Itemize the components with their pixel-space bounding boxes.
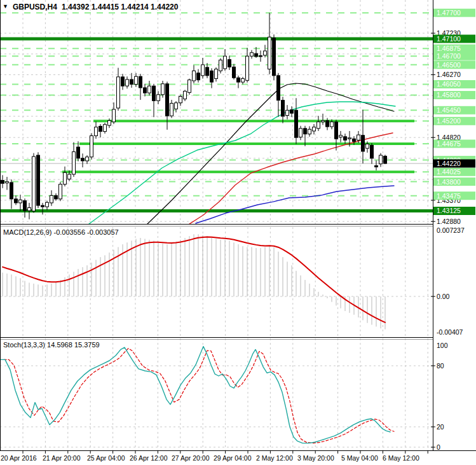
candle-body	[317, 122, 320, 128]
candle-body	[153, 86, 156, 101]
candle-body	[304, 128, 307, 134]
candle-body	[148, 86, 151, 93]
time-axis-label: 6 May 12:00	[383, 454, 419, 462]
candle-body	[259, 56, 262, 57]
candle-body	[184, 91, 187, 99]
candle-body	[81, 158, 85, 161]
candle-body	[46, 202, 49, 207]
candle-body	[117, 77, 120, 108]
current-price-badge: 1.44220	[437, 160, 461, 167]
candle-body	[246, 56, 249, 80]
time-axis-label: 21 Apr 20:00	[43, 454, 81, 462]
candle-body	[375, 165, 378, 167]
level-price-badge: 1.46500	[437, 61, 461, 69]
candle-body	[277, 76, 280, 101]
level-price-badge: 1.45450	[437, 106, 461, 114]
candle-body	[121, 77, 125, 86]
candle-body	[112, 109, 116, 122]
level-price-badge: 1.47700	[437, 9, 461, 17]
level-price-badge: 1.46875	[437, 45, 461, 52]
time-axis-label: 29 Apr 04:00	[214, 454, 252, 462]
candle-body	[59, 184, 62, 199]
candle-body	[228, 60, 231, 67]
chart-header: ▼ GBPUSD,H4 1.44392 1.44415 1.44214 1.44…	[3, 3, 178, 11]
level-price-badge: 1.46050	[437, 80, 461, 88]
candle-body	[188, 80, 191, 93]
candle-body	[366, 144, 369, 148]
trading-chart-window: ▼ GBPUSD,H4 1.44392 1.44415 1.44214 1.44…	[0, 0, 476, 465]
candle-body	[144, 88, 147, 93]
candle-body	[295, 110, 298, 137]
key-level-price-badge: 1.47100	[437, 35, 461, 43]
candle-body	[99, 126, 102, 131]
current-bar-ohlc: 1.44392 1.44415 1.44214 1.44220	[62, 3, 179, 11]
candle-body	[197, 73, 200, 80]
candle-body	[255, 53, 258, 57]
candle-body	[371, 145, 374, 158]
candle-body	[353, 139, 356, 141]
candle-body	[166, 84, 169, 116]
candle-body	[264, 51, 267, 55]
candle-body	[170, 103, 173, 116]
candle-body	[233, 67, 236, 78]
candle-body	[237, 78, 240, 82]
candle-body	[348, 138, 351, 139]
stoch-axis-label: 20	[437, 423, 444, 431]
candle-body	[322, 121, 325, 122]
time-axis-label: 2 May 12:00	[256, 454, 293, 462]
candle-body	[308, 129, 311, 134]
macd-zero-label: 0.00	[437, 293, 450, 300]
candle-body	[250, 53, 254, 56]
candle-body	[286, 110, 289, 115]
candle-body	[201, 65, 205, 76]
candle-body	[339, 135, 343, 137]
symbol-period-label: GBPUSD,H4	[13, 3, 57, 11]
stoch-axis-label: 100	[437, 342, 448, 349]
candle-body	[104, 125, 107, 132]
time-axis-label: 3 May 20:00	[297, 454, 334, 462]
candle-body	[77, 147, 80, 158]
level-price-badge: 1.45200	[437, 117, 461, 125]
candle-body	[37, 155, 40, 205]
candle-body	[362, 135, 365, 151]
level-price-badge: 1.46700	[437, 52, 461, 60]
candle-body	[326, 121, 329, 127]
candle-body	[15, 199, 18, 203]
level-price-badge: 1.44675	[437, 140, 461, 148]
candle-body	[273, 38, 276, 76]
price-axis-label: 1.46270	[437, 71, 461, 78]
candle-body	[1, 181, 4, 184]
candle-body	[139, 76, 142, 88]
macd-min-label: -0.00407	[437, 328, 463, 336]
candle-body	[130, 80, 133, 84]
time-axis-label: 20 Apr 2016	[1, 454, 37, 462]
candle-body	[379, 155, 383, 164]
time-axis-label: 5 May 04:00	[341, 454, 378, 462]
time-axis-label: 26 Apr 12:00	[130, 454, 168, 462]
candle-body	[179, 97, 182, 103]
candle-body	[126, 80, 129, 86]
stoch-indicator-label: Stoch(13,3,3) 14.5968 15.3759	[3, 341, 100, 349]
candle-body	[206, 67, 209, 76]
stoch-axis-label: 0	[437, 443, 440, 451]
candle-body	[55, 195, 58, 198]
candle-body	[86, 157, 89, 161]
candle-body	[357, 135, 360, 140]
candle-body	[193, 71, 196, 81]
chart-dropdown-icon[interactable]: ▼	[3, 3, 8, 10]
candle-body	[90, 135, 93, 156]
level-price-badge: 1.43800	[437, 178, 461, 186]
candle-body	[313, 127, 316, 131]
candle-body	[72, 152, 76, 174]
candle-body	[6, 182, 9, 183]
level-price-badge: 1.45800	[437, 91, 461, 99]
candle-body	[19, 200, 22, 203]
candle-body	[224, 56, 227, 69]
key-level-price-badge: 1.43125	[437, 207, 461, 214]
level-price-badge: 1.43475	[437, 192, 461, 200]
macd-max-label: 0.007237	[437, 226, 465, 234]
time-axis-label: 27 Apr 20:00	[172, 454, 210, 462]
candle-body	[68, 174, 71, 179]
candle-body	[344, 137, 347, 140]
candle-body	[95, 127, 98, 136]
